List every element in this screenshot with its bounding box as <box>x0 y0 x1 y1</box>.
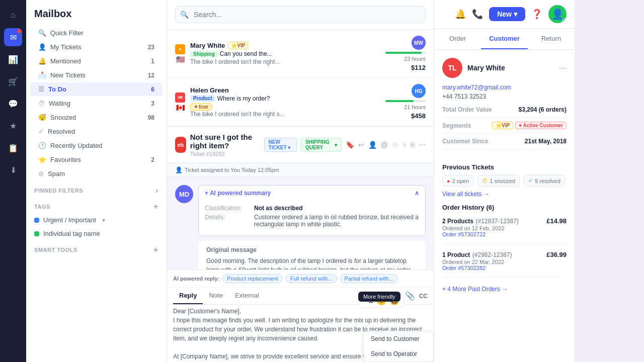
new-ticket-badge[interactable]: NEW TICKET ▾ <box>264 138 297 152</box>
home-nav-icon[interactable]: ⌂ <box>4 6 22 24</box>
report-nav-icon[interactable]: 📋 <box>4 139 22 157</box>
ticket-subject-mary: Can you send the... <box>220 50 272 57</box>
ai-reply-label: AI powered reply: <box>173 276 219 282</box>
new-button[interactable]: New ▾ <box>489 7 525 21</box>
tab-order[interactable]: Order <box>434 29 481 49</box>
customer-info: TL Mary White ⋯ mary.white72@gmail.com +… <box>434 50 575 157</box>
user-avatar-img: 👤 <box>551 8 564 20</box>
attachment-icon[interactable]: 📎 <box>405 291 415 301</box>
more-icon[interactable]: ⋯ <box>419 141 426 149</box>
order-history: Order History (6) 2 Products (#12837-123… <box>434 204 575 299</box>
order-item-1-link[interactable]: Order #57302722 <box>442 231 567 237</box>
resolved-icon: ✓ <box>38 128 44 135</box>
progress-mary <box>385 52 426 54</box>
filter-recently-updated[interactable]: 🕐 Recently Updated <box>30 139 163 152</box>
star-nav-icon[interactable]: ★ <box>4 117 22 135</box>
send-to-operator-menu[interactable]: Send to Operator <box>364 346 433 361</box>
filter-my-tickets-label: My Tickets <box>50 43 81 51</box>
tab-reply[interactable]: Reply <box>173 288 203 304</box>
cart-nav-icon[interactable]: 🛒 <box>4 72 22 90</box>
new-dropdown-icon: ▾ <box>514 10 517 18</box>
filter-my-tickets[interactable]: 👤 My Tickets 23 <box>30 40 163 54</box>
order-item-2-title: 1 Product <box>442 251 470 258</box>
filter-favourites-label: Favourites <box>50 156 81 163</box>
user-icon[interactable]: 👤 <box>368 141 377 149</box>
tag-individual[interactable]: Individual tag name <box>26 227 167 240</box>
filter-todo[interactable]: ☰ To Do 6 <box>30 82 163 96</box>
view-all-tickets[interactable]: View all tickets → <box>434 191 575 204</box>
comment-nav-icon[interactable]: 💬 <box>4 95 22 113</box>
ai-reply-bar: AI powered reply: Product replacement Fu… <box>167 270 434 288</box>
filter-new-tickets[interactable]: 📩 New Tickets 12 <box>30 68 163 82</box>
ai-suggestion-full-refund[interactable]: Full refund with... <box>286 274 337 283</box>
user-avatar[interactable]: 👤 <box>548 5 567 23</box>
filter-quick[interactable]: 🔍 Quick Filter <box>30 26 163 40</box>
phone-icon[interactable]: 📞 <box>472 9 483 20</box>
mail-nav-icon[interactable]: ✉ <box>4 28 22 46</box>
filter-spam-label: Spam <box>48 170 65 177</box>
filter-new-tickets-label: New Tickets <box>50 71 86 79</box>
pinned-add-btn[interactable]: › <box>155 186 158 195</box>
open-count: ● 2 open <box>442 175 473 187</box>
ticket-body-helen: Helen Green Product Where is my order? ✦… <box>190 86 380 118</box>
order-item-1-price: £14.98 <box>546 217 567 225</box>
ticket-item-mary[interactable]: a 🇺🇸 Mary White ⭐VIP Shipping Can you se… <box>167 30 434 78</box>
smart-tools-add-btn[interactable]: + <box>153 245 158 254</box>
order-item-2-price: £36.99 <box>546 251 567 258</box>
filter-waiting[interactable]: ⏱ Waiting 3 <box>30 97 163 110</box>
ticket-detail-header: eb Not sure I got the right item? Ticket… <box>167 127 434 163</box>
download-nav-icon[interactable]: ⬇ <box>4 161 22 179</box>
filter-quick-label: Quick Filter <box>50 29 84 37</box>
tab-external[interactable]: External <box>229 288 265 304</box>
tags-add-btn[interactable]: + <box>153 202 158 211</box>
pinned-section: PINNED FILTERS › <box>26 181 167 197</box>
spam-icon: ⊘ <box>38 170 44 177</box>
detail-panel: eb Not sure I got the right item? Ticket… <box>167 127 434 362</box>
ticket-item-helen[interactable]: 3M 🇨🇦 Helen Green Product Where is my or… <box>167 78 434 126</box>
chart-nav-icon[interactable]: 📊 <box>4 50 22 68</box>
customer-more-btn[interactable]: ⋯ <box>558 63 567 73</box>
vip-badge: ⭐VIP <box>492 122 513 129</box>
ai-suggestion-partial-refund[interactable]: Partial refund with... <box>340 274 398 283</box>
filter-snoozed[interactable]: 😴 Snoozed 98 <box>30 111 163 124</box>
bookmark-icon[interactable]: 🔖 <box>346 141 354 149</box>
at-icon[interactable]: @ <box>381 141 388 149</box>
tab-note[interactable]: Note <box>203 288 228 304</box>
customer-name: Mary White <box>467 64 505 72</box>
tag-new-customer-helen: ✦ true <box>190 103 212 111</box>
reply-icon[interactable]: ↩ <box>358 141 364 149</box>
search-wrap: 🔍 <box>175 6 426 23</box>
original-message: Original message Good morning. The descr… <box>198 240 426 269</box>
recently-updated-icon: 🕐 <box>38 142 46 149</box>
ticket-avatar-area-mary: a 🇺🇸 <box>175 44 185 63</box>
shipping-query-badge[interactable]: SHIPPING QUERY ▾ <box>301 138 342 152</box>
ticket-body-mary: Mary White ⭐VIP Shipping Can you send th… <box>190 42 380 65</box>
tab-customer[interactable]: Customer <box>481 29 528 49</box>
cc-btn[interactable]: CC <box>419 293 428 300</box>
notification-icon[interactable]: 🔔 <box>455 9 466 20</box>
ai-summary-collapse[interactable]: ∧ <box>415 190 419 197</box>
help-icon[interactable]: ❓ <box>531 9 542 20</box>
send-to-customer-menu[interactable]: Send to Customer <box>364 331 433 346</box>
filter-favourites[interactable]: ⭐ Favourites 2 <box>30 153 163 166</box>
order-item-2-ref: (#2982-12387) <box>472 251 512 258</box>
waiting-count: 3 <box>151 100 154 107</box>
merge-icon[interactable]: ⑂ <box>403 141 407 149</box>
mailbox-title: Mailbox <box>26 0 167 24</box>
more-orders-btn[interactable]: + 4 More Past Orders → <box>442 284 567 299</box>
filter-resolved[interactable]: ✓ Resolved <box>30 125 163 138</box>
search-icon: 🔍 <box>180 11 189 19</box>
tab-return[interactable]: Return <box>528 29 575 49</box>
favourites-count: 2 <box>151 156 154 163</box>
tag-urgent[interactable]: Urgent / Important ▾ <box>26 213 167 227</box>
filter-spam[interactable]: ⊘ Spam <box>30 167 163 180</box>
customer-since-row: Customer Since 21st May, 2018 <box>442 134 567 149</box>
order-item-2-link[interactable]: Order #57302282 <box>442 265 567 271</box>
ai-suggestion-product[interactable]: Product replacement <box>222 274 283 283</box>
original-message-title: Original message <box>206 246 418 253</box>
search-input[interactable] <box>175 6 426 23</box>
ticket-star-icon[interactable]: ☆ <box>392 141 398 149</box>
mentioned-icon: 🔔 <box>38 57 46 65</box>
filter-mentioned[interactable]: 🔔 Mentioned 1 <box>30 54 163 68</box>
share-icon[interactable]: ⎘ <box>411 141 415 149</box>
